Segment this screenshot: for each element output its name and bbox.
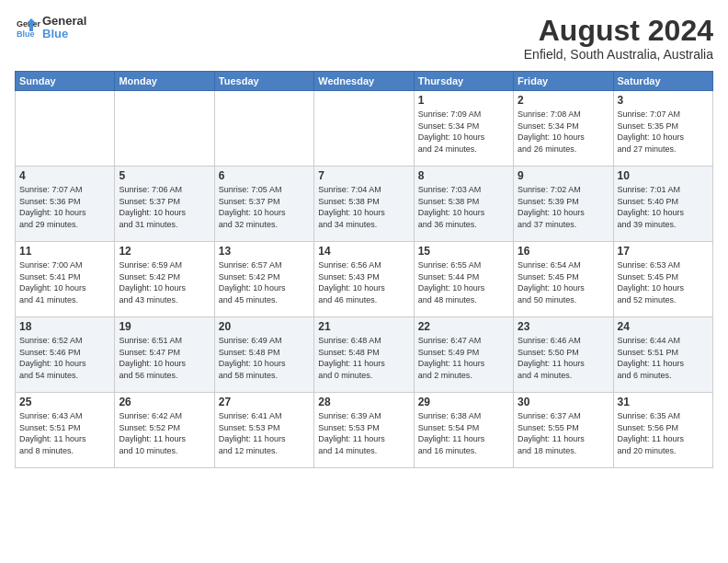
day-content: Sunrise: 7:07 AM Sunset: 5:36 PM Dayligh… [19, 184, 110, 230]
title-block: August 2024 Enfield, South Australia, Au… [524, 15, 713, 62]
calendar-title: August 2024 [524, 15, 713, 47]
day-number: 16 [518, 245, 609, 258]
cell-4-5: 30Sunrise: 6:37 AM Sunset: 5:55 PM Dayli… [514, 393, 613, 468]
cell-2-2: 13Sunrise: 6:57 AM Sunset: 5:42 PM Dayli… [214, 242, 313, 317]
day-content: Sunrise: 7:09 AM Sunset: 5:34 PM Dayligh… [418, 109, 509, 155]
cell-3-0: 18Sunrise: 6:52 AM Sunset: 5:46 PM Dayli… [16, 317, 115, 393]
day-number: 30 [518, 396, 609, 408]
day-number: 27 [219, 396, 310, 408]
col-saturday: Saturday [613, 72, 712, 91]
day-number: 6 [219, 169, 310, 182]
day-number: 31 [618, 396, 709, 408]
cell-1-4: 8Sunrise: 7:03 AM Sunset: 5:38 PM Daylig… [414, 167, 513, 242]
cell-0-2 [214, 91, 313, 167]
day-number: 7 [318, 169, 409, 182]
col-monday: Monday [115, 72, 214, 91]
cell-0-1 [115, 91, 214, 167]
day-content: Sunrise: 7:01 AM Sunset: 5:40 PM Dayligh… [618, 184, 709, 230]
day-number: 10 [618, 169, 709, 182]
day-number: 14 [318, 245, 409, 258]
day-content: Sunrise: 7:02 AM Sunset: 5:39 PM Dayligh… [518, 184, 609, 230]
day-number: 4 [19, 169, 110, 182]
day-content: Sunrise: 6:52 AM Sunset: 5:46 PM Dayligh… [19, 335, 110, 381]
cell-0-0 [16, 91, 115, 167]
logo-text-line1: General [42, 15, 86, 28]
day-content: Sunrise: 6:43 AM Sunset: 5:51 PM Dayligh… [19, 410, 110, 456]
day-content: Sunrise: 6:47 AM Sunset: 5:49 PM Dayligh… [418, 335, 509, 381]
cell-4-4: 29Sunrise: 6:38 AM Sunset: 5:54 PM Dayli… [414, 393, 513, 468]
calendar-subtitle: Enfield, South Australia, Australia [524, 47, 713, 62]
day-content: Sunrise: 6:57 AM Sunset: 5:42 PM Dayligh… [219, 259, 310, 305]
week-row-0: 1Sunrise: 7:09 AM Sunset: 5:34 PM Daylig… [16, 91, 713, 167]
day-number: 9 [518, 169, 609, 182]
day-number: 26 [119, 396, 210, 408]
day-content: Sunrise: 6:54 AM Sunset: 5:45 PM Dayligh… [518, 259, 609, 305]
day-content: Sunrise: 7:05 AM Sunset: 5:37 PM Dayligh… [219, 184, 310, 230]
cell-3-1: 19Sunrise: 6:51 AM Sunset: 5:47 PM Dayli… [115, 317, 214, 393]
day-number: 20 [219, 320, 310, 333]
day-content: Sunrise: 6:56 AM Sunset: 5:43 PM Dayligh… [318, 259, 409, 305]
cell-4-3: 28Sunrise: 6:39 AM Sunset: 5:53 PM Dayli… [314, 393, 414, 468]
cell-2-1: 12Sunrise: 6:59 AM Sunset: 5:42 PM Dayli… [115, 242, 214, 317]
day-content: Sunrise: 7:03 AM Sunset: 5:38 PM Dayligh… [418, 184, 509, 230]
cell-1-0: 4Sunrise: 7:07 AM Sunset: 5:36 PM Daylig… [16, 167, 115, 242]
day-number: 15 [418, 245, 509, 258]
week-row-1: 4Sunrise: 7:07 AM Sunset: 5:36 PM Daylig… [16, 167, 713, 242]
cell-2-6: 17Sunrise: 6:53 AM Sunset: 5:45 PM Dayli… [613, 242, 712, 317]
day-number: 23 [518, 320, 609, 333]
cell-3-3: 21Sunrise: 6:48 AM Sunset: 5:48 PM Dayli… [314, 317, 414, 393]
day-number: 29 [418, 396, 509, 408]
day-number: 1 [418, 94, 509, 107]
logo-text-line2: Blue [42, 28, 86, 40]
header: General Blue General Blue August 2024 En… [15, 15, 713, 62]
day-content: Sunrise: 7:07 AM Sunset: 5:35 PM Dayligh… [618, 109, 709, 155]
page: General Blue General Blue August 2024 En… [0, 0, 728, 476]
day-content: Sunrise: 6:42 AM Sunset: 5:52 PM Dayligh… [119, 410, 210, 456]
logo-icon: General Blue [15, 15, 40, 40]
header-row: Sunday Monday Tuesday Wednesday Thursday… [16, 72, 713, 91]
day-content: Sunrise: 6:48 AM Sunset: 5:48 PM Dayligh… [318, 335, 409, 381]
cell-4-6: 31Sunrise: 6:35 AM Sunset: 5:56 PM Dayli… [613, 393, 712, 468]
cell-4-0: 25Sunrise: 6:43 AM Sunset: 5:51 PM Dayli… [16, 393, 115, 468]
day-content: Sunrise: 6:49 AM Sunset: 5:48 PM Dayligh… [219, 335, 310, 381]
day-content: Sunrise: 6:37 AM Sunset: 5:55 PM Dayligh… [518, 410, 609, 456]
day-content: Sunrise: 6:44 AM Sunset: 5:51 PM Dayligh… [618, 335, 709, 381]
cell-2-0: 11Sunrise: 7:00 AM Sunset: 5:41 PM Dayli… [16, 242, 115, 317]
cell-3-2: 20Sunrise: 6:49 AM Sunset: 5:48 PM Dayli… [214, 317, 313, 393]
day-number: 5 [119, 169, 210, 182]
day-content: Sunrise: 7:06 AM Sunset: 5:37 PM Dayligh… [119, 184, 210, 230]
cell-2-4: 15Sunrise: 6:55 AM Sunset: 5:44 PM Dayli… [414, 242, 513, 317]
day-content: Sunrise: 6:59 AM Sunset: 5:42 PM Dayligh… [119, 259, 210, 305]
day-content: Sunrise: 6:35 AM Sunset: 5:56 PM Dayligh… [618, 410, 709, 456]
cell-1-6: 10Sunrise: 7:01 AM Sunset: 5:40 PM Dayli… [613, 167, 712, 242]
logo: General Blue General Blue [15, 15, 86, 41]
day-number: 24 [618, 320, 709, 333]
cell-1-2: 6Sunrise: 7:05 AM Sunset: 5:37 PM Daylig… [214, 167, 313, 242]
col-wednesday: Wednesday [314, 72, 414, 91]
week-row-2: 11Sunrise: 7:00 AM Sunset: 5:41 PM Dayli… [16, 242, 713, 317]
day-content: Sunrise: 6:55 AM Sunset: 5:44 PM Dayligh… [418, 259, 509, 305]
day-number: 28 [318, 396, 409, 408]
col-sunday: Sunday [16, 72, 115, 91]
day-content: Sunrise: 7:08 AM Sunset: 5:34 PM Dayligh… [518, 109, 609, 155]
day-content: Sunrise: 6:41 AM Sunset: 5:53 PM Dayligh… [219, 410, 310, 456]
cell-2-5: 16Sunrise: 6:54 AM Sunset: 5:45 PM Dayli… [514, 242, 613, 317]
cell-3-5: 23Sunrise: 6:46 AM Sunset: 5:50 PM Dayli… [514, 317, 613, 393]
week-row-3: 18Sunrise: 6:52 AM Sunset: 5:46 PM Dayli… [16, 317, 713, 393]
col-tuesday: Tuesday [214, 72, 313, 91]
week-row-4: 25Sunrise: 6:43 AM Sunset: 5:51 PM Dayli… [16, 393, 713, 468]
cell-1-3: 7Sunrise: 7:04 AM Sunset: 5:38 PM Daylig… [314, 167, 414, 242]
day-number: 19 [119, 320, 210, 333]
day-number: 11 [19, 245, 110, 258]
cell-3-4: 22Sunrise: 6:47 AM Sunset: 5:49 PM Dayli… [414, 317, 513, 393]
cell-4-2: 27Sunrise: 6:41 AM Sunset: 5:53 PM Dayli… [214, 393, 313, 468]
day-content: Sunrise: 6:51 AM Sunset: 5:47 PM Dayligh… [119, 335, 210, 381]
day-content: Sunrise: 6:38 AM Sunset: 5:54 PM Dayligh… [418, 410, 509, 456]
day-number: 3 [618, 94, 709, 107]
day-number: 12 [119, 245, 210, 258]
day-number: 18 [19, 320, 110, 333]
day-content: Sunrise: 6:46 AM Sunset: 5:50 PM Dayligh… [518, 335, 609, 381]
cell-1-1: 5Sunrise: 7:06 AM Sunset: 5:37 PM Daylig… [115, 167, 214, 242]
day-content: Sunrise: 6:53 AM Sunset: 5:45 PM Dayligh… [618, 259, 709, 305]
cell-4-1: 26Sunrise: 6:42 AM Sunset: 5:52 PM Dayli… [115, 393, 214, 468]
